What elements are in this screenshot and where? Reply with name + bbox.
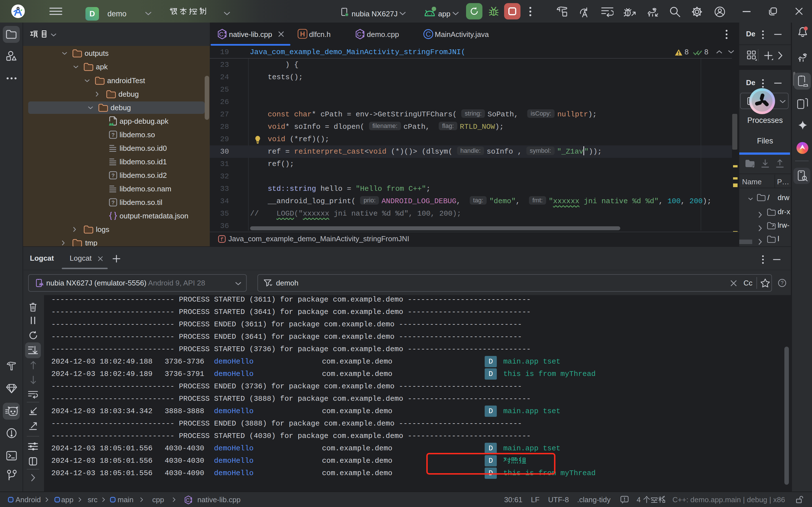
svg-text:C: C: [186, 497, 190, 503]
svg-text:C: C: [357, 31, 362, 38]
svg-text:?: ?: [111, 172, 115, 178]
svg-text:f: f: [220, 236, 223, 243]
svg-text:?: ?: [111, 200, 115, 206]
svg-text:C: C: [426, 30, 431, 38]
svg-text:?: ?: [781, 280, 783, 286]
svg-text:C: C: [219, 31, 224, 38]
svg-text:?: ?: [111, 132, 115, 138]
svg-text:H: H: [300, 30, 305, 38]
